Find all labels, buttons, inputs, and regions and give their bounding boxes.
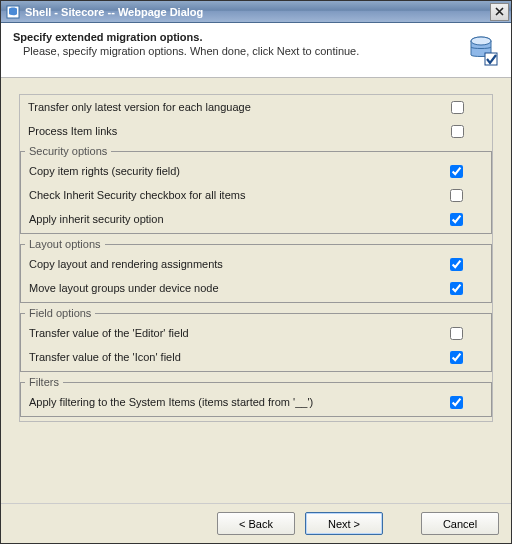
content: Transfer only latest version for each la… [1,78,511,503]
database-icon [467,35,499,67]
row-move-groups: Move layout groups under device node [21,276,491,300]
label-move-groups: Move layout groups under device node [29,282,450,294]
row-system-items: Apply filtering to the System Items (ite… [21,390,491,414]
label-inherit-cb: Check Inherit Security checkbox for all … [29,189,450,201]
back-button[interactable]: < Back [217,512,295,535]
cancel-button[interactable]: Cancel [421,512,499,535]
label-editor-field: Transfer value of the 'Editor' field [29,327,450,339]
header-title: Specify extended migration options. [13,31,457,43]
legend-security: Security options [25,145,111,157]
row-copy-layout: Copy layout and rendering assignments [21,252,491,276]
row-copy-rights: Copy item rights (security field) [21,159,491,183]
header: Specify extended migration options. Plea… [1,23,511,78]
checkbox-move-groups[interactable] [450,282,463,295]
checkbox-copy-layout[interactable] [450,258,463,271]
close-button[interactable] [490,3,509,21]
app-icon [5,4,21,20]
group-field: Field options Transfer value of the 'Edi… [20,307,492,372]
checkbox-icon-field[interactable] [450,351,463,364]
checkbox-system-items[interactable] [450,396,463,409]
group-filters: Filters Apply filtering to the System It… [20,376,492,417]
group-layout: Layout options Copy layout and rendering… [20,238,492,303]
checkbox-copy-rights[interactable] [450,165,463,178]
label-icon-field: Transfer value of the 'Icon' field [29,351,450,363]
legend-field: Field options [25,307,95,319]
label-process-links: Process Item links [28,125,451,137]
row-inherit-cb: Check Inherit Security checkbox for all … [21,183,491,207]
checkbox-apply-inherit[interactable] [450,213,463,226]
titlebar-title: Shell - Sitecore -- Webpage Dialog [25,6,490,18]
svg-point-2 [471,37,491,45]
legend-filters: Filters [25,376,63,388]
header-description: Please, specify migration options. When … [13,45,457,57]
label-copy-layout: Copy layout and rendering assignments [29,258,450,270]
checkbox-editor-field[interactable] [450,327,463,340]
checkbox-process-links[interactable] [451,125,464,138]
checkbox-inherit-cb[interactable] [450,189,463,202]
label-apply-inherit: Apply inherit security option [29,213,450,225]
row-process-links: Process Item links [20,119,492,143]
label-latest-version: Transfer only latest version for each la… [28,101,451,113]
row-apply-inherit: Apply inherit security option [21,207,491,231]
checkbox-latest-version[interactable] [451,101,464,114]
row-editor-field: Transfer value of the 'Editor' field [21,321,491,345]
label-copy-rights: Copy item rights (security field) [29,165,450,177]
titlebar: Shell - Sitecore -- Webpage Dialog [1,1,511,23]
label-system-items: Apply filtering to the System Items (ite… [29,396,450,408]
group-security: Security options Copy item rights (secur… [20,145,492,234]
options-panel: Transfer only latest version for each la… [19,94,493,422]
legend-layout: Layout options [25,238,105,250]
row-icon-field: Transfer value of the 'Icon' field [21,345,491,369]
next-button[interactable]: Next > [305,512,383,535]
footer: < Back Next > Cancel [1,503,511,543]
row-latest-version: Transfer only latest version for each la… [20,95,492,119]
